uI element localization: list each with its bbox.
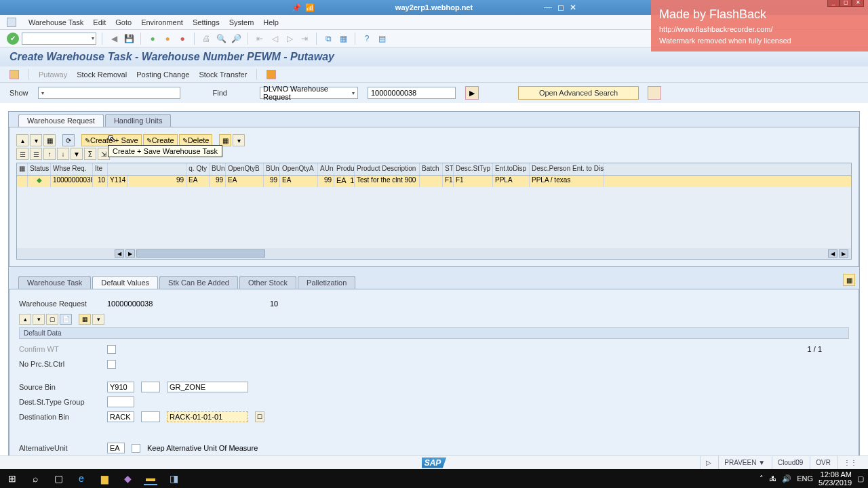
table-row[interactable]: ◆ 10000000038 10 Y114 99 EA 99 EA 99 EA … <box>17 176 851 187</box>
wm-minimize-icon[interactable]: _ <box>827 0 840 7</box>
action-icon[interactable] <box>9 70 19 79</box>
app2-icon[interactable]: ◨ <box>167 472 180 485</box>
menu-edit[interactable]: Edit <box>93 18 106 26</box>
col-ent-to-disp[interactable]: Ent.toDisp <box>493 163 530 175</box>
back-green-icon[interactable]: ● <box>146 33 159 45</box>
scroll-left-end-icon[interactable]: ◀ <box>828 249 837 258</box>
action-stock-transfer[interactable]: Stock Transfer <box>199 70 247 79</box>
layout-toggle-icon[interactable]: ▦ <box>843 274 855 286</box>
col-prod-desc[interactable]: Product Description <box>355 163 420 175</box>
menu-environment[interactable]: Environment <box>141 18 183 26</box>
col-bun2[interactable]: BUn <box>264 163 280 175</box>
maximize-button[interactable]: ◻ <box>557 3 564 12</box>
no-prc-checkbox[interactable] <box>107 360 116 369</box>
ie-icon[interactable]: e <box>75 472 88 485</box>
shortcut-icon[interactable]: ▦ <box>337 33 349 45</box>
tab-default-values[interactable]: Default Values <box>92 276 158 289</box>
tray-up-icon[interactable]: ˄ <box>760 474 764 483</box>
new-session-icon[interactable]: ⧉ <box>322 33 334 45</box>
tab-warehouse-request[interactable]: Warehouse Request <box>18 114 104 127</box>
mini-doc-icon[interactable]: 📄 <box>60 314 72 325</box>
tray-network-icon[interactable]: 🖧 <box>769 474 776 483</box>
scroll-thumb[interactable] <box>136 249 265 258</box>
col-desc-sttyp[interactable]: Desc.StTyp <box>454 163 493 175</box>
wm-close-icon[interactable]: ✕ <box>852 0 864 7</box>
find-icon[interactable]: 🔍 <box>215 33 227 45</box>
action-flag-icon[interactable] <box>267 70 276 79</box>
sap-gui-icon[interactable]: ▬ <box>144 472 157 485</box>
first-page-icon[interactable]: ⇤ <box>254 33 266 45</box>
exit-icon[interactable]: ● <box>161 33 174 45</box>
tab-stk-can-be-added[interactable]: Stk Can Be Added <box>159 276 238 289</box>
tab-warehouse-task[interactable]: Warehouse Task <box>18 276 91 289</box>
find-go-button[interactable]: ▶ <box>465 86 479 100</box>
menu-help[interactable]: Help <box>263 18 279 26</box>
menu-warehouse-task[interactable]: Warehouse Task <box>28 18 83 26</box>
menu-goto[interactable]: Goto <box>115 18 132 26</box>
detail-icon[interactable]: ▦ <box>43 134 56 146</box>
find-next-icon[interactable]: 🔎 <box>230 33 242 45</box>
col-aun[interactable]: AUn <box>318 163 334 175</box>
col-qty[interactable]: q. Qty <box>186 163 210 175</box>
keep-alt-checkbox[interactable] <box>132 444 140 453</box>
dest-bin-type-input[interactable] <box>107 411 134 422</box>
status-arrow-icon[interactable]: ▷ <box>700 455 717 469</box>
source-bin-sec-input[interactable] <box>141 382 160 392</box>
col-st[interactable]: ST <box>443 163 454 175</box>
scroll-right-icon[interactable]: ▶ <box>125 249 135 258</box>
confirm-wt-checkbox[interactable] <box>107 345 116 354</box>
scroll-left-icon[interactable]: ◀ <box>115 249 124 258</box>
tray-notification-icon[interactable]: ▢ <box>857 474 864 483</box>
refresh-icon[interactable]: ⟳ <box>62 134 75 146</box>
back-icon[interactable]: ◀ <box>108 33 120 45</box>
explorer-icon[interactable]: ▆ <box>98 472 111 485</box>
col-status[interactable]: Status <box>28 163 51 175</box>
action-stock-removal[interactable]: Stock Removal <box>77 70 127 79</box>
minimize-button[interactable]: — <box>544 3 552 12</box>
col-batch[interactable]: Batch <box>420 163 443 175</box>
tray-lang[interactable]: ENG <box>797 474 813 483</box>
col-produ[interactable]: Produ <box>334 163 355 175</box>
filter-icon[interactable]: ▼ <box>71 148 83 160</box>
signal-icon[interactable]: 📶 <box>305 3 315 12</box>
tab-handling-units[interactable]: Handling Units <box>105 114 172 127</box>
dest-group-input[interactable] <box>107 396 134 407</box>
tab-other-stock[interactable]: Other Stock <box>239 276 296 289</box>
collapse-icon[interactable]: ▾ <box>30 134 42 146</box>
app-menu-icon[interactable] <box>7 18 16 27</box>
find-value-input[interactable] <box>368 87 456 99</box>
taskview-icon[interactable]: ▢ <box>52 472 65 485</box>
find-type-combo[interactable]: DLVNO Warehouse Request <box>260 87 358 99</box>
col-product-code[interactable] <box>108 163 186 175</box>
tray-sound-icon[interactable]: 🔊 <box>782 474 791 483</box>
dest-bin-input[interactable] <box>167 411 248 422</box>
expand-icon[interactable]: ▴ <box>16 134 28 146</box>
prev-page-icon[interactable]: ◁ <box>269 33 281 45</box>
mini-up-icon[interactable]: ▴ <box>19 314 31 325</box>
col-item[interactable]: Ite <box>93 163 108 175</box>
open-advanced-search-button[interactable]: Open Advanced Search <box>518 86 639 100</box>
deselect-icon[interactable]: ☰ <box>30 148 42 160</box>
help-icon[interactable]: ? <box>361 33 373 45</box>
source-bin-type-input[interactable] <box>107 382 134 392</box>
col-desc-person[interactable]: Desc.Person Ent. to Disp <box>530 163 604 175</box>
dropdown-icon[interactable]: ▾ <box>233 134 245 146</box>
menu-settings[interactable]: Settings <box>193 18 220 26</box>
app1-icon[interactable]: ◆ <box>121 472 134 485</box>
start-button[interactable]: ⊞ <box>5 472 19 485</box>
col-openqtyb[interactable]: OpenQtyB <box>226 163 264 175</box>
menu-system[interactable]: System <box>229 18 254 26</box>
advanced-search-icon[interactable] <box>648 86 661 100</box>
scroll-right-end-icon[interactable]: ▶ <box>839 249 848 258</box>
show-combo[interactable] <box>38 87 180 99</box>
sort-asc-icon[interactable]: ↑ <box>43 148 56 160</box>
last-page-icon[interactable]: ⇥ <box>298 33 311 45</box>
pin-icon[interactable]: 📌 <box>292 3 301 12</box>
sort-desc-icon[interactable]: ↓ <box>57 148 69 160</box>
source-bin-input[interactable] <box>167 382 248 392</box>
tray-clock[interactable]: 12:08 AM 5/23/2019 <box>818 470 852 487</box>
select-all-icon[interactable]: ☰ <box>16 148 28 160</box>
wm-maximize-icon[interactable]: ◻ <box>840 0 852 7</box>
next-page-icon[interactable]: ▷ <box>283 33 296 45</box>
cancel-icon[interactable]: ● <box>176 33 189 45</box>
